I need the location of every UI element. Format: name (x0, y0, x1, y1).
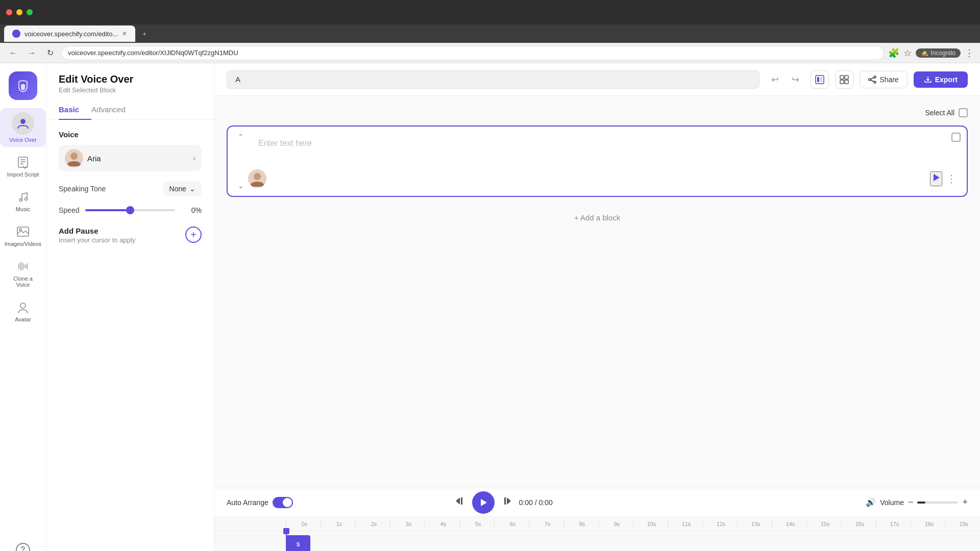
block-chevron-down-icon[interactable]: ⌄ (238, 182, 244, 190)
svg-point-6 (25, 198, 28, 201)
volume-section: 🔊 Volume − + (866, 497, 968, 508)
svg-rect-7 (17, 227, 29, 236)
svg-marker-26 (934, 174, 940, 181)
auto-arrange-toggle[interactable] (273, 497, 293, 508)
active-tab[interactable]: voiceover.speechify.com/edito... ✕ (4, 26, 135, 42)
close-window-btn[interactable] (6, 9, 12, 15)
sidebar-item-images-videos[interactable]: Images/Videos (0, 220, 46, 251)
toggle-knob (283, 498, 292, 507)
reload-btn[interactable]: ↻ (43, 46, 57, 60)
tab-favicon (12, 30, 20, 38)
svg-rect-13 (817, 77, 819, 82)
address-bar[interactable]: voiceover.speechify.com/editor/XIJlDNq0W… (61, 46, 884, 60)
images-videos-icon (16, 224, 30, 239)
svg-rect-28 (461, 497, 462, 505)
sidebar-item-clone-a-voice[interactable]: Clone a Voice (0, 255, 46, 292)
svg-rect-31 (504, 497, 506, 505)
tab-close-btn[interactable]: ✕ (122, 30, 127, 37)
sidebar-item-avatar[interactable]: Avatar (0, 296, 46, 327)
ruler-mark: 16s (841, 521, 876, 527)
svg-point-21 (874, 81, 876, 83)
main-content: ↩ ↪ (214, 63, 980, 551)
add-block-label: + Add a block (574, 213, 620, 222)
zoom-out-btn[interactable]: − (908, 497, 914, 508)
redo-btn[interactable]: ↪ (786, 70, 804, 89)
menu-icon[interactable]: ⋮ (965, 47, 974, 59)
skip-back-btn[interactable] (454, 495, 466, 510)
editor-area: Select All ⌃ Enter text here (214, 96, 980, 488)
timeline: Auto Arrange (214, 488, 980, 551)
sidebar-item-voice-over[interactable]: Voice Over (0, 108, 46, 147)
select-all-row: Select All (227, 108, 968, 117)
forward-btn[interactable]: → (24, 46, 39, 60)
ruler-mark: 4s (425, 521, 459, 527)
zoom-in-btn[interactable]: + (962, 497, 968, 508)
svg-point-11 (70, 153, 78, 160)
block-play-btn[interactable] (930, 171, 942, 186)
minimize-window-btn[interactable] (16, 9, 22, 15)
skip-forward-btn[interactable] (501, 495, 513, 510)
speaking-tone-select[interactable]: None ⌄ (163, 182, 202, 196)
share-button[interactable]: Share (860, 71, 907, 88)
block-checkbox[interactable] (951, 133, 961, 142)
sidebar-item-label-clone-a-voice: Clone a Voice (6, 276, 40, 288)
help-icon: ? (16, 543, 30, 551)
view-btn-1[interactable] (811, 70, 829, 89)
export-button[interactable]: Export (914, 71, 968, 88)
speed-slider[interactable] (85, 209, 175, 211)
avatar-icon (16, 300, 30, 314)
select-all-text: Select All (925, 109, 954, 117)
tab-title: voiceover.speechify.com/edito... (24, 30, 118, 38)
svg-rect-15 (840, 76, 844, 79)
sidebar-item-music[interactable]: Music (0, 186, 46, 216)
speed-value: 0% (181, 206, 202, 214)
block-chevron-up-icon[interactable]: ⌃ (238, 133, 244, 141)
voice-selector[interactable]: Aria › (59, 145, 202, 171)
block-footer: ⋮ (238, 165, 957, 188)
panel-content: Voice Aria › Speaking Tone None ⌄ (46, 120, 214, 551)
block-more-btn[interactable]: ⋮ (946, 172, 957, 185)
ruler-mark: 5s (459, 521, 494, 527)
speaking-tone-label: Speaking Tone (59, 185, 106, 193)
app-logo (9, 71, 37, 100)
tab-basic[interactable]: Basic (59, 100, 91, 120)
add-block-btn[interactable]: + Add a block (227, 205, 968, 230)
block-card: ⌃ Enter text here (227, 126, 968, 197)
browser-nav: ← → ↻ voiceover.speechify.com/editor/XIJ… (0, 43, 980, 63)
undo-btn[interactable]: ↩ (766, 70, 784, 89)
ruler-mark: 13s (737, 521, 772, 527)
add-pause-button[interactable]: + (185, 227, 202, 243)
share-label: Share (879, 76, 898, 84)
volume-fill (917, 502, 925, 504)
speed-row: Speed 0% (59, 206, 202, 214)
ruler-mark: 6s (494, 521, 529, 527)
svg-point-0 (20, 119, 26, 124)
sidebar-item-help[interactable]: ? (0, 539, 46, 551)
back-btn[interactable]: ← (6, 46, 20, 60)
ruler-mark: 3s (390, 521, 425, 527)
new-tab-btn[interactable]: + (137, 26, 156, 42)
track-block-label: S (297, 542, 300, 547)
help-icon-wrapper: ? (0, 539, 46, 551)
play-pause-btn[interactable] (472, 491, 495, 514)
voice-avatar (65, 149, 83, 167)
block-text-area[interactable]: Enter text here (238, 135, 957, 165)
svg-line-22 (871, 78, 874, 79)
view-btn-2[interactable] (835, 70, 853, 89)
track-block[interactable]: S (286, 535, 310, 551)
search-bar (227, 70, 760, 89)
auto-arrange: Auto Arrange (227, 497, 293, 508)
volume-icon: 🔊 (866, 497, 876, 507)
volume-slider[interactable] (917, 502, 958, 504)
select-all-checkbox[interactable] (959, 108, 968, 117)
bookmark-icon[interactable]: ☆ (903, 47, 912, 59)
timeline-tracks: S (214, 531, 980, 551)
sidebar-item-import-script[interactable]: Import Script (0, 151, 46, 182)
search-input[interactable] (235, 75, 751, 84)
speed-slider-thumb[interactable] (126, 206, 134, 214)
tab-advanced[interactable]: Advanced (91, 100, 138, 120)
extensions-icon[interactable]: 🧩 (888, 47, 899, 59)
maximize-window-btn[interactable] (27, 9, 33, 15)
url-text: voiceover.speechify.com/editor/XIJlDNq0W… (68, 49, 238, 57)
timeline-playback: 0:00 / 0:00 (454, 491, 553, 514)
